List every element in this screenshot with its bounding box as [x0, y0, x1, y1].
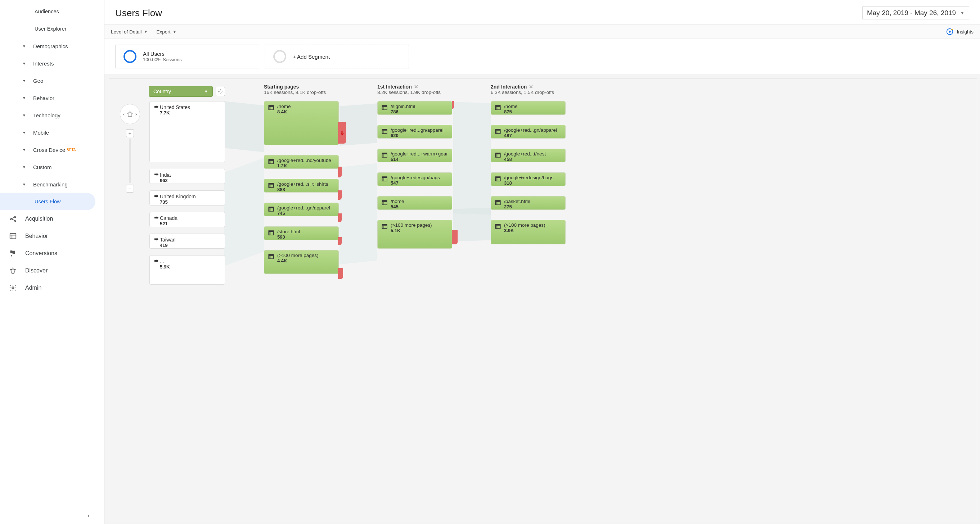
node-label: /basket.html [504, 198, 530, 204]
sidebar-item-acquisition[interactable]: Acquisition [0, 210, 104, 227]
flow-node-page[interactable]: /google+red...t/nest458 [491, 149, 566, 162]
flow-node-dimension[interactable]: Canada521 [150, 212, 225, 227]
page-icon [495, 223, 501, 231]
dimension-settings-button[interactable] [216, 87, 225, 96]
svg-point-8 [220, 91, 221, 92]
node-label: United States [160, 104, 190, 110]
sidebar-item-cross-device[interactable]: ▼Cross DeviceBETA [0, 141, 104, 158]
segment-name: All Users [143, 51, 182, 57]
zoom-in-button[interactable]: + [126, 129, 134, 137]
flow-node-page[interactable]: /home875 [491, 101, 566, 115]
close-icon[interactable]: ✕ [529, 84, 533, 90]
caret-icon: ▼ [22, 62, 26, 65]
sidebar-item-interests[interactable]: ▼Interests [0, 55, 104, 72]
svg-rect-38 [382, 178, 384, 181]
svg-rect-10 [269, 105, 274, 107]
segment-all-users[interactable]: All Users 100.00% Sessions [115, 44, 259, 68]
flow-node-page[interactable]: (>100 more pages)5.1K [377, 220, 452, 249]
segment-ring-icon [124, 50, 137, 63]
arrow-icon [153, 194, 160, 202]
node-value: 735 [160, 199, 196, 205]
sidebar-item-audiences[interactable]: Audiences [0, 3, 104, 20]
sidebar-item-label: Demographics [33, 43, 68, 49]
sidebar-item-users-flow[interactable]: Users Flow [0, 193, 95, 210]
node-label: /google+redesign/bags [504, 175, 554, 180]
sidebar-item-label: User Explorer [35, 26, 67, 32]
flow-node-dimension[interactable]: United States7.7K [150, 101, 225, 162]
date-range-picker[interactable]: May 20, 2019 - May 26, 2019 ▼ [862, 6, 969, 19]
dropoff-indicator [338, 237, 342, 245]
flow-node-page[interactable]: /google+red...+warm+gear614 [377, 149, 452, 162]
node-label: /home [391, 198, 404, 204]
node-value: 5.1K [391, 228, 432, 233]
page-icon [381, 199, 388, 207]
sidebar-item-user-explorer[interactable]: User Explorer [0, 20, 104, 37]
svg-rect-31 [382, 129, 387, 131]
zoom-track[interactable] [129, 138, 131, 183]
export-dropdown[interactable]: Export▼ [156, 29, 177, 35]
insights-button[interactable]: Insights [946, 28, 974, 36]
flow-node-page[interactable]: (>100 more pages)4.4K [264, 250, 339, 274]
sidebar-item-benchmarking[interactable]: ▼Benchmarking [0, 176, 104, 193]
flow-node-page[interactable]: (>100 more pages)3.9K [491, 220, 566, 245]
flow-node-page[interactable]: /home8.4K [264, 101, 339, 145]
sidebar-item-admin[interactable]: Admin [0, 279, 104, 297]
flow-canvas[interactable]: ‹ › + − Country ▼ [109, 78, 977, 521]
sidebar-item-mobile[interactable]: ▼Mobile [0, 124, 104, 141]
zoom-out-button[interactable]: − [126, 185, 134, 192]
node-value: 521 [160, 221, 178, 226]
flow-node-page[interactable]: /google+red...gn/apparel487 [491, 125, 566, 138]
node-value: 614 [391, 157, 448, 162]
flow-node-page[interactable]: /google+red...nd/youtube1.2K [264, 155, 339, 169]
dropoff-indicator [338, 167, 342, 178]
flow-node-page[interactable]: /google+redesign/bags547 [377, 172, 452, 186]
close-icon[interactable]: ✕ [414, 84, 418, 90]
sidebar-item-behavior[interactable]: ▼Behavior [0, 89, 104, 106]
dimension-select[interactable]: Country ▼ [149, 86, 213, 97]
sidebar-collapse-button[interactable]: ‹ [0, 507, 104, 524]
chevron-down-icon: ▼ [172, 30, 177, 34]
flow-node-page[interactable]: /home545 [377, 196, 452, 210]
flow-node-dimension[interactable]: ...5.9K [150, 255, 225, 285]
flow-node-page[interactable]: /store.html590 [264, 226, 339, 240]
flow-node-page[interactable]: /google+red...gn/apparel745 [264, 203, 339, 216]
sidebar-item-demographics[interactable]: ▼Demographics [0, 37, 104, 55]
level-of-detail-dropdown[interactable]: Level of Detail▼ [111, 29, 148, 35]
svg-point-2 [15, 220, 16, 222]
flow-node-dimension[interactable]: Taiwan419 [150, 233, 225, 249]
flow-node-page[interactable]: /basket.html275 [491, 196, 566, 210]
flow-node-page[interactable]: /google+red...s+t+shirts888 [264, 179, 339, 192]
flow-node-page[interactable]: /google+red...gn/apparel620 [377, 125, 452, 138]
sidebar-item-technology[interactable]: ▼Technology [0, 106, 104, 124]
sidebar-item-geo[interactable]: ▼Geo [0, 72, 104, 89]
flow-node-dimension[interactable]: India962 [150, 169, 225, 184]
add-segment-button[interactable]: + Add Segment [265, 44, 409, 68]
svg-rect-41 [382, 202, 384, 205]
node-label: /google+red...+warm+gear [391, 151, 448, 157]
svg-rect-40 [382, 200, 387, 202]
sidebar-item-custom[interactable]: ▼Custom [0, 158, 104, 176]
chevron-left-icon[interactable]: ‹ [121, 111, 127, 117]
sidebar: Audiences User Explorer ▼Demographics ▼I… [0, 0, 104, 524]
sidebar-item-behavior-main[interactable]: Behavior [0, 227, 104, 245]
chevron-down-icon: ▼ [204, 89, 208, 94]
segment-ring-icon [273, 50, 286, 63]
sidebar-item-conversions[interactable]: Conversions [0, 245, 104, 262]
svg-rect-55 [495, 177, 500, 178]
dropoff-indicator [338, 268, 343, 279]
node-value: 545 [391, 204, 404, 210]
home-icon[interactable] [127, 111, 133, 118]
flow-pan-control[interactable]: ‹ › [120, 104, 140, 124]
sidebar-item-label: Behavior [33, 95, 54, 101]
flow-node-dimension[interactable]: United Kingdom735 [150, 191, 225, 205]
svg-rect-28 [382, 105, 387, 107]
flow-node-page[interactable]: /signin.html786 [377, 101, 452, 115]
chevron-right-icon[interactable]: › [133, 111, 139, 117]
svg-rect-62 [495, 225, 497, 229]
svg-point-4 [12, 287, 14, 289]
svg-rect-43 [382, 224, 387, 225]
sidebar-item-discover[interactable]: Discover [0, 262, 104, 279]
flow-node-page[interactable]: /google+redesign/bags318 [491, 172, 566, 186]
node-value: 487 [504, 133, 557, 138]
node-value: 745 [277, 211, 330, 216]
